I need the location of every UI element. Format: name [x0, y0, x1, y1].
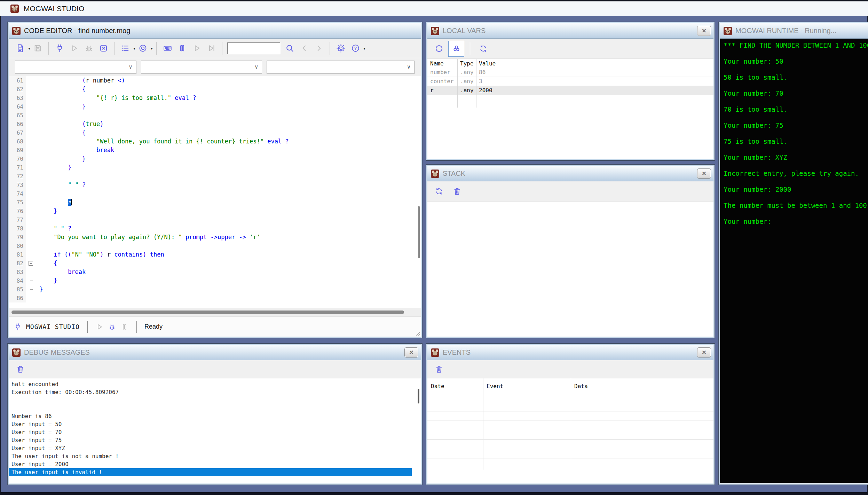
- close-button[interactable]: ✕: [404, 347, 418, 358]
- code-line[interactable]: 75 ¤: [9, 198, 421, 207]
- stack-titlebar[interactable]: STACK ✕: [427, 166, 713, 181]
- console-line: 70 is too small.: [724, 105, 868, 113]
- status-pause-icon[interactable]: [120, 323, 129, 331]
- code-line[interactable]: 83 break: [9, 268, 421, 276]
- pause-icon: [177, 44, 187, 53]
- clear-button[interactable]: [432, 362, 446, 377]
- list-button[interactable]: [118, 41, 133, 56]
- file-icon: [16, 44, 25, 53]
- line-number: 67: [9, 128, 26, 137]
- code-text: break: [36, 146, 421, 155]
- search-button[interactable]: [282, 41, 297, 56]
- code-line[interactable]: 69 break: [9, 146, 421, 155]
- code-line[interactable]: 78 " " ?: [9, 224, 421, 233]
- chevron-down-icon: ∨: [407, 64, 411, 70]
- code-editor-titlebar[interactable]: CODE EDITOR - find number.mog: [9, 23, 421, 39]
- code-line[interactable]: 65: [9, 111, 421, 120]
- find-previous-button[interactable]: [297, 41, 311, 56]
- stack-title: STACK: [443, 170, 465, 178]
- stack-content[interactable]: [427, 202, 713, 335]
- code-line[interactable]: 74: [9, 189, 421, 198]
- trash-icon: [434, 364, 444, 374]
- editor-horizontal-scrollbar-thumb[interactable]: [11, 311, 404, 314]
- search-input[interactable]: [227, 42, 280, 54]
- code-line[interactable]: 63 "{! r} is too small." eval ?: [9, 94, 421, 102]
- debug-scrollbar-thumb[interactable]: [418, 389, 419, 403]
- code-line[interactable]: 85 }: [9, 285, 421, 294]
- debug-line: Number is 86: [9, 412, 421, 420]
- runtime-titlebar[interactable]: MOGWAI RUNTIME - Running...: [720, 23, 868, 39]
- debug-line-selected[interactable]: The user input is invalid !: [9, 468, 412, 476]
- code-line[interactable]: 79 "Do you want to play again? (Y/N): " …: [9, 233, 421, 242]
- code-line[interactable]: 84 }: [9, 276, 421, 285]
- table-row[interactable]: r.any2000: [427, 86, 713, 95]
- help-caret-icon[interactable]: ▾: [363, 46, 365, 51]
- run-button[interactable]: [67, 41, 81, 56]
- runtime-console[interactable]: *** FIND THE NUMBER BETWEEN 1 AND 100 **…: [720, 39, 868, 483]
- pause-button[interactable]: [175, 41, 189, 56]
- file-button[interactable]: [13, 41, 27, 56]
- find-next-button[interactable]: [311, 41, 326, 56]
- local-vars-table[interactable]: Name Type Value number.any86counter.any3…: [427, 59, 713, 139]
- code-line[interactable]: 61 (r number <): [9, 76, 421, 85]
- resize-grip[interactable]: [415, 330, 420, 336]
- keyboard-button[interactable]: [160, 41, 175, 56]
- help-button[interactable]: ?: [348, 41, 363, 56]
- settings-button[interactable]: [333, 41, 348, 56]
- clear-button[interactable]: [13, 362, 27, 377]
- code-line[interactable]: 62 {: [9, 85, 421, 94]
- debug-button[interactable]: [81, 41, 96, 56]
- row-separator: [427, 439, 713, 440]
- scope-circle-button[interactable]: [432, 41, 446, 56]
- code-line[interactable]: 77: [9, 215, 421, 224]
- close-button[interactable]: ✕: [697, 347, 711, 358]
- editor-vertical-scrollbar[interactable]: [418, 206, 420, 258]
- watch-caret-icon[interactable]: ▾: [151, 46, 153, 51]
- code-text: }: [36, 207, 421, 215]
- code-text-area[interactable]: 61 (r number <)62 {63 "{! r} is too smal…: [9, 76, 421, 308]
- code-line[interactable]: 76 }: [9, 207, 421, 215]
- code-line[interactable]: 67 {: [9, 128, 421, 137]
- table-row[interactable]: counter.any3: [427, 77, 713, 86]
- local-vars-titlebar[interactable]: LOCAL VARS ✕: [427, 23, 713, 39]
- code-line[interactable]: 80: [9, 242, 421, 250]
- watch-button[interactable]: [135, 41, 150, 56]
- code-line[interactable]: 66 (true): [9, 120, 421, 128]
- save-button[interactable]: [30, 41, 45, 56]
- status-bug-icon[interactable]: [108, 323, 116, 331]
- editor-horizontal-scrollbar[interactable]: [9, 308, 421, 316]
- refresh-button[interactable]: [432, 184, 446, 199]
- code-line[interactable]: 86: [9, 294, 421, 302]
- save-icon: [33, 44, 42, 53]
- close-button[interactable]: ✕: [697, 168, 711, 179]
- step-button[interactable]: [189, 41, 204, 56]
- code-line[interactable]: 73 " " ?: [9, 181, 421, 189]
- connect-button[interactable]: [52, 41, 67, 56]
- line-number: 69: [9, 146, 26, 155]
- console-line: [724, 162, 868, 170]
- scope-cluster-button-selected[interactable]: [448, 41, 464, 57]
- debug-log[interactable]: halt encountedExecution time: 00:00:45.8…: [9, 378, 421, 480]
- events-titlebar[interactable]: EVENTS ✕: [427, 345, 713, 360]
- table-row[interactable]: number.any86: [427, 68, 713, 77]
- row-separator: [427, 421, 713, 421]
- code-line[interactable]: 82− {: [9, 259, 421, 268]
- clear-button[interactable]: [450, 184, 464, 199]
- code-line[interactable]: 68 "Well done, you found it in {! counte…: [9, 137, 421, 146]
- refresh-button[interactable]: [476, 41, 490, 56]
- skip-to-end-button[interactable]: [204, 41, 219, 56]
- scope-combo-3[interactable]: ∨: [267, 61, 415, 74]
- scope-combo-2[interactable]: ∨: [141, 61, 262, 74]
- stop-button[interactable]: [96, 41, 111, 56]
- events-table[interactable]: Date Event Data: [427, 378, 713, 480]
- debug-titlebar[interactable]: DEBUG MESSAGES ✕: [9, 345, 421, 360]
- code-line[interactable]: 70 }: [9, 155, 421, 163]
- close-button[interactable]: ✕: [697, 26, 711, 36]
- code-line[interactable]: 81 if (("N" "NO") r contains) then: [9, 250, 421, 259]
- column-separator: [476, 59, 476, 108]
- code-line[interactable]: 71 }: [9, 163, 421, 172]
- code-line[interactable]: 64 }: [9, 102, 421, 111]
- scope-combo-1[interactable]: ∨: [15, 61, 136, 74]
- code-line[interactable]: 72: [9, 172, 421, 181]
- status-play-icon[interactable]: [95, 323, 104, 331]
